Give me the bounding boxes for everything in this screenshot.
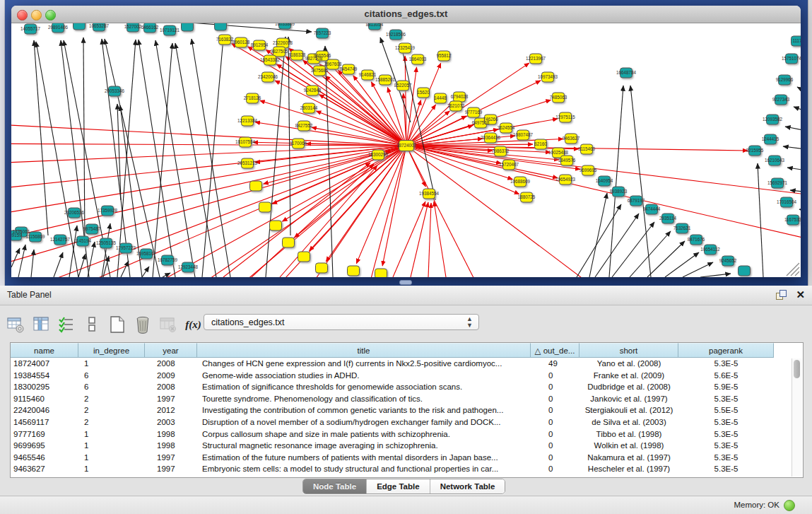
canvas-resize-grip[interactable] xyxy=(787,263,799,276)
table-cell: de Silva et al. (2003) xyxy=(579,416,678,428)
table-row[interactable]: 2242004622012Investigating the contribut… xyxy=(11,404,803,416)
network-node[interactable] xyxy=(298,252,310,262)
node-label: 10719121 xyxy=(160,28,180,33)
table-cell: 1997 xyxy=(145,393,197,405)
table-row[interactable]: 946554611997Estimation of the future num… xyxy=(11,452,803,464)
node-label: 1621072 xyxy=(447,103,465,108)
column-header-out_de[interactable]: △ out_de... xyxy=(531,343,579,358)
float-panel-icon[interactable] xyxy=(776,290,787,300)
node-label: 18107554 xyxy=(235,139,256,144)
table-cell: 5.3E-5 xyxy=(678,393,774,405)
column-header-title[interactable]: title xyxy=(197,343,531,358)
new-table-icon[interactable] xyxy=(107,315,126,334)
table-cell: 2008 xyxy=(145,358,197,370)
table-cell: Disruption of a novel member of a sodium… xyxy=(197,416,531,428)
table-cell: 49 xyxy=(531,358,579,370)
delete-table-icon[interactable] xyxy=(133,315,152,334)
panel-splitter-handle[interactable] xyxy=(399,280,412,285)
table-row[interactable]: 1872400712008Changes of HCN gene express… xyxy=(11,358,803,370)
network-node[interactable] xyxy=(259,202,271,212)
table-cell: 0 xyxy=(531,381,579,393)
node-label: 20364436 xyxy=(481,135,501,140)
tab-edge-table[interactable]: Edge Table xyxy=(367,479,430,493)
network-node[interactable] xyxy=(739,266,751,276)
table-cell: 2 xyxy=(78,404,145,416)
network-node[interactable] xyxy=(182,23,194,31)
node-label: 19654923 xyxy=(555,177,576,182)
node-label: 15885201 xyxy=(375,77,396,82)
node-label: 12093582 xyxy=(763,117,783,122)
table-cell: 5.3E-5 xyxy=(678,416,774,428)
network-node[interactable] xyxy=(283,238,295,247)
column-header-in_degree[interactable]: in_degree xyxy=(78,343,145,358)
function-builder-icon[interactable]: f(x) xyxy=(184,315,203,334)
table-cell: 9699695 xyxy=(11,440,78,452)
node-label: 7485063 xyxy=(550,95,567,100)
table-cell: Investigating the contribution of common… xyxy=(197,404,531,416)
column-header-year[interactable]: year xyxy=(145,343,197,358)
node-label: 8522057 xyxy=(394,83,412,88)
tab-node-table[interactable]: Node Table xyxy=(303,479,367,493)
node-label: 8186328 xyxy=(288,52,306,57)
network-node[interactable] xyxy=(73,23,86,30)
table-row[interactable]: 1456911722003Disruption of a novel membe… xyxy=(11,416,803,428)
column-header-short[interactable]: short xyxy=(579,343,678,358)
close-panel-icon[interactable]: ✕ xyxy=(796,288,805,300)
table-row[interactable]: 1938455462009Genome-wide association stu… xyxy=(11,370,803,382)
node-label: 9463627 xyxy=(563,136,580,141)
column-pair-icon[interactable] xyxy=(82,315,101,334)
table-scrollbar[interactable] xyxy=(792,358,802,477)
table-row[interactable]: 911546021997Tourette syndrome. Phenomeno… xyxy=(11,393,803,405)
node-table[interactable]: namein_degreeyeartitle△ out_de...shortpa… xyxy=(10,342,804,478)
network-canvas[interactable]: 7163822896012889129542322605898275051654… xyxy=(11,23,801,277)
table-cell: 1 xyxy=(78,358,145,370)
node-label: 1864093 xyxy=(409,57,427,62)
column-header-pagerank[interactable]: pagerank xyxy=(678,343,774,358)
table-panel: Table Panel ✕ xyxy=(0,286,812,514)
node-label: 10807487 xyxy=(513,132,534,137)
table-tabs[interactable]: Node TableEdge TableNetwork Table xyxy=(302,479,505,494)
network-node[interactable] xyxy=(348,266,360,276)
network-node[interactable] xyxy=(375,269,387,277)
row-checklist-icon[interactable] xyxy=(57,315,76,334)
table-row[interactable]: 1830029562008Estimation of significance … xyxy=(11,381,803,393)
node-label: 17359928 xyxy=(98,208,118,213)
table-body[interactable]: 1872400712008Changes of HCN gene express… xyxy=(11,358,803,475)
node-label: 11156869 xyxy=(25,234,45,239)
network-node[interactable] xyxy=(316,263,328,273)
table-cell: 9777169 xyxy=(11,428,78,440)
table-cell: Wolkin et al. (1998) xyxy=(579,440,678,452)
node-label: 39159 xyxy=(11,233,22,238)
node-label: 16543382 xyxy=(260,57,281,62)
node-label: 10973493 xyxy=(538,74,558,79)
table-row[interactable]: 969969511998Structural magnetic resonanc… xyxy=(11,440,803,452)
table-options-icon[interactable] xyxy=(6,315,25,334)
node-label: 9465546 xyxy=(314,53,331,58)
table-cell: Changes of HCN gene expression and I(f) … xyxy=(197,358,531,370)
table-cell: 0 xyxy=(531,404,579,416)
node-label: 12213384 xyxy=(237,118,258,123)
node-label: 20053346 xyxy=(105,88,125,93)
table-selector-dropdown[interactable]: citations_edges.txt ▲▼ xyxy=(204,314,479,330)
window-titlebar[interactable]: citations_edges.txt xyxy=(11,6,801,23)
table-row[interactable]: 946362711997Embryonic stem cells: a mode… xyxy=(11,463,803,475)
table-cell: Genome-wide association studies in ADHD. xyxy=(197,370,531,382)
node-label: 8938923 xyxy=(610,189,628,194)
table-cell: 22420046 xyxy=(11,404,78,416)
table-row[interactable]: 977716911998Corpus callosum shape and si… xyxy=(11,428,803,440)
network-node[interactable] xyxy=(270,221,282,230)
column-header-name[interactable]: name xyxy=(11,343,78,358)
tab-network-table[interactable]: Network Table xyxy=(430,479,505,493)
table-cell: Embryonic stem cells: a model to study s… xyxy=(197,463,531,475)
network-node[interactable] xyxy=(250,181,262,191)
show-columns-icon[interactable] xyxy=(31,315,50,334)
network-node[interactable] xyxy=(215,23,227,30)
table-scrollbar-thumb[interactable] xyxy=(794,360,800,378)
table-cell: 5.9E-5 xyxy=(678,381,774,393)
table-cell: 1 xyxy=(78,463,145,475)
left-panel-edge xyxy=(0,0,5,286)
status-bar: Memory: OK xyxy=(0,496,812,514)
memory-indicator[interactable] xyxy=(784,500,795,511)
table-cell: 1998 xyxy=(145,440,197,452)
table-header-row[interactable]: namein_degreeyeartitle△ out_de...shortpa… xyxy=(11,343,803,358)
